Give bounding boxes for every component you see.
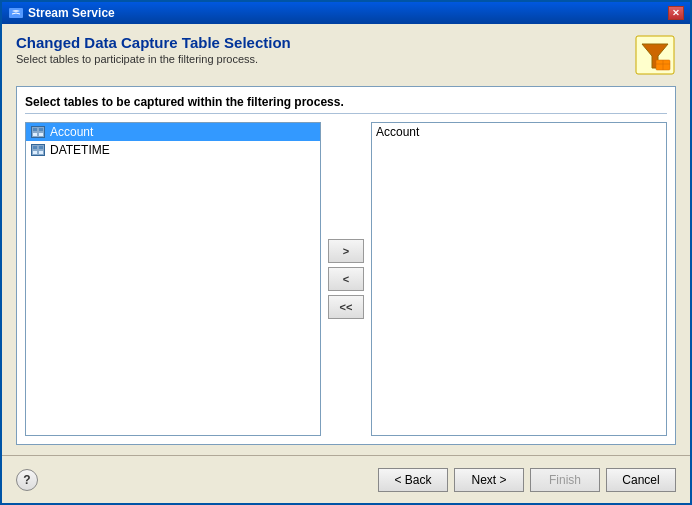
left-list-item[interactable]: DATETIME xyxy=(26,141,320,159)
app-icon xyxy=(8,5,24,21)
title-bar-controls: ✕ xyxy=(668,6,684,20)
close-button[interactable]: ✕ xyxy=(668,6,684,20)
page-title: Changed Data Capture Table Selection xyxy=(16,34,624,51)
left-list-panel[interactable]: Account DATETIME xyxy=(25,122,321,436)
next-button[interactable]: Next > xyxy=(454,468,524,492)
table-icon xyxy=(30,143,46,157)
cancel-button[interactable]: Cancel xyxy=(606,468,676,492)
header-filter-icon xyxy=(634,34,676,76)
left-list-item[interactable]: Account xyxy=(26,123,320,141)
section-label: Select tables to be captured within the … xyxy=(25,95,667,114)
right-list-item[interactable]: Account xyxy=(372,123,666,141)
footer: ? < Back Next > Finish Cancel xyxy=(2,455,690,503)
title-bar: Stream Service ✕ xyxy=(2,2,690,24)
transfer-buttons: > < << xyxy=(321,122,371,436)
page-header: Changed Data Capture Table Selection Sel… xyxy=(16,34,676,76)
list-item-label: Account xyxy=(376,125,419,139)
transfer-area: Account DATETIME > < << Account xyxy=(25,122,667,436)
page-header-text: Changed Data Capture Table Selection Sel… xyxy=(16,34,624,65)
help-button[interactable]: ? xyxy=(16,469,38,491)
move-left-button[interactable]: < xyxy=(328,267,364,291)
page-subtitle: Select tables to participate in the filt… xyxy=(16,53,624,65)
content-area: Changed Data Capture Table Selection Sel… xyxy=(2,24,690,455)
section-box: Select tables to be captured within the … xyxy=(16,86,676,445)
title-bar-left: Stream Service xyxy=(8,5,115,21)
footer-left: ? xyxy=(16,469,38,491)
list-item-label: DATETIME xyxy=(50,143,110,157)
footer-buttons: < Back Next > Finish Cancel xyxy=(378,468,676,492)
list-item-label: Account xyxy=(50,125,93,139)
right-list-panel[interactable]: Account xyxy=(371,122,667,436)
back-button[interactable]: < Back xyxy=(378,468,448,492)
window-title: Stream Service xyxy=(28,6,115,20)
move-all-left-button[interactable]: << xyxy=(328,295,364,319)
table-icon xyxy=(30,125,46,139)
move-right-button[interactable]: > xyxy=(328,239,364,263)
finish-button[interactable]: Finish xyxy=(530,468,600,492)
main-window: Stream Service ✕ Changed Data Capture Ta… xyxy=(0,0,692,505)
